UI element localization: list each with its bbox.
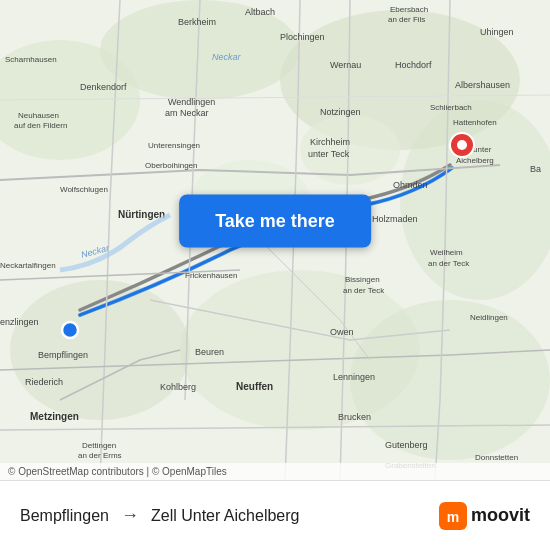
svg-text:an der Teck: an der Teck xyxy=(428,259,470,268)
svg-text:Beuren: Beuren xyxy=(195,347,224,357)
svg-text:Schlierbach: Schlierbach xyxy=(430,103,472,112)
moovit-logo: m moovit xyxy=(439,502,530,530)
route-info: Bempflingen → Zell Unter Aichelberg xyxy=(20,505,439,526)
svg-text:Hattenhofen: Hattenhofen xyxy=(453,118,497,127)
svg-text:Donnstetten: Donnstetten xyxy=(475,453,518,462)
attribution-text: © OpenStreetMap contributors | © OpenMap… xyxy=(8,466,227,477)
svg-text:Holzmaden: Holzmaden xyxy=(372,214,418,224)
moovit-icon: m xyxy=(439,502,467,530)
svg-text:unter Teck: unter Teck xyxy=(308,149,350,159)
svg-text:Kirchheim: Kirchheim xyxy=(310,137,350,147)
svg-text:Neuffen: Neuffen xyxy=(236,381,273,392)
svg-text:Weilheim: Weilheim xyxy=(430,248,463,257)
svg-text:Neckartalfingen: Neckartalfingen xyxy=(0,261,56,270)
svg-text:Nürtingen: Nürtingen xyxy=(118,209,165,220)
svg-point-7 xyxy=(350,300,550,460)
svg-text:an der Fils: an der Fils xyxy=(388,15,425,24)
svg-text:Notzingen: Notzingen xyxy=(320,107,361,117)
svg-text:Berkheim: Berkheim xyxy=(178,17,216,27)
svg-text:Kohlberg: Kohlberg xyxy=(160,382,196,392)
moovit-text: moovit xyxy=(471,505,530,526)
svg-text:auf den Fildern: auf den Fildern xyxy=(14,121,67,130)
svg-point-65 xyxy=(62,322,78,338)
route-from: Bempflingen xyxy=(20,507,109,525)
route-to: Zell Unter Aichelberg xyxy=(151,507,300,525)
map-container: Berkheim Altbach Ebersbach an der Fils U… xyxy=(0,0,550,480)
svg-text:Dettingen: Dettingen xyxy=(82,441,116,450)
map-attribution: © OpenStreetMap contributors | © OpenMap… xyxy=(0,463,550,480)
svg-text:Plochingen: Plochingen xyxy=(280,32,325,42)
svg-text:Albershausen: Albershausen xyxy=(455,80,510,90)
svg-text:Lenningen: Lenningen xyxy=(333,372,375,382)
svg-text:Bissingen: Bissingen xyxy=(345,275,380,284)
svg-text:Wolfschlugen: Wolfschlugen xyxy=(60,185,108,194)
svg-text:an der Teck: an der Teck xyxy=(343,286,385,295)
svg-text:Scharnhausen: Scharnhausen xyxy=(5,55,57,64)
svg-text:Owen: Owen xyxy=(330,327,354,337)
svg-text:Denkendorf: Denkendorf xyxy=(80,82,127,92)
svg-text:Ba: Ba xyxy=(530,164,541,174)
svg-text:enzlingen: enzlingen xyxy=(0,317,39,327)
svg-text:Neidlingen: Neidlingen xyxy=(470,313,508,322)
svg-text:Uhingen: Uhingen xyxy=(480,27,514,37)
svg-text:Neuhausen: Neuhausen xyxy=(18,111,59,120)
svg-text:Neckar: Neckar xyxy=(212,52,242,62)
svg-text:Bempflingen: Bempflingen xyxy=(38,350,88,360)
svg-text:Oberboihingen: Oberboihingen xyxy=(145,161,197,170)
bottom-bar: Bempflingen → Zell Unter Aichelberg m mo… xyxy=(0,480,550,550)
svg-text:Riederich: Riederich xyxy=(25,377,63,387)
svg-text:Wendlingen: Wendlingen xyxy=(168,97,215,107)
svg-text:am Neckar: am Neckar xyxy=(165,108,209,118)
take-me-there-button[interactable]: Take me there xyxy=(179,194,371,247)
route-arrow: → xyxy=(121,505,139,526)
svg-text:Frickenhausen: Frickenhausen xyxy=(185,271,237,280)
svg-text:Hochdorf: Hochdorf xyxy=(395,60,432,70)
svg-text:Ebersbach: Ebersbach xyxy=(390,5,428,14)
svg-point-64 xyxy=(457,140,467,150)
svg-text:m: m xyxy=(447,509,459,525)
svg-text:Wernau: Wernau xyxy=(330,60,361,70)
svg-text:an der Erms: an der Erms xyxy=(78,451,122,460)
svg-text:Unterensingen: Unterensingen xyxy=(148,141,200,150)
svg-text:Gutenberg: Gutenberg xyxy=(385,440,428,450)
svg-text:Brucken: Brucken xyxy=(338,412,371,422)
svg-text:Altbach: Altbach xyxy=(245,7,275,17)
svg-text:Ohmden: Ohmden xyxy=(393,180,428,190)
svg-text:Metzingen: Metzingen xyxy=(30,411,79,422)
